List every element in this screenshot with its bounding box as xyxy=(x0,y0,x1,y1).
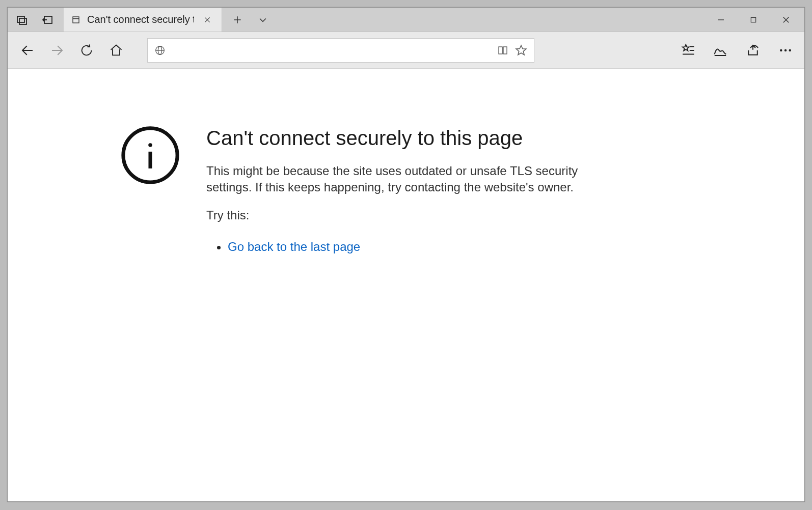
svg-rect-10 xyxy=(751,17,755,22)
tab-title: Can't connect securely t xyxy=(87,14,194,25)
tab-active[interactable]: Can't connect securely t xyxy=(64,8,222,32)
forward-button[interactable] xyxy=(42,36,72,65)
page-icon xyxy=(71,15,81,25)
toolbar xyxy=(8,32,804,69)
refresh-button[interactable] xyxy=(72,36,101,65)
svg-rect-1 xyxy=(19,18,26,24)
browser-window: Can't connect securely t xyxy=(7,7,805,502)
tab-close-button[interactable] xyxy=(200,13,214,27)
title-bar: Can't connect securely t xyxy=(8,8,804,32)
svg-marker-20 xyxy=(683,44,689,50)
svg-rect-3 xyxy=(73,17,79,23)
svg-point-28 xyxy=(789,49,792,51)
home-button[interactable] xyxy=(101,36,131,65)
tab-preview-controls xyxy=(8,8,64,32)
back-button[interactable] xyxy=(13,36,42,65)
set-aside-tabs-icon[interactable] xyxy=(40,13,55,27)
toolbar-right xyxy=(664,42,799,59)
reading-view-icon[interactable] xyxy=(495,43,510,58)
tab-dropdown-button[interactable] xyxy=(256,13,270,27)
page-content: Can't connect securely to this page This… xyxy=(8,69,804,501)
error-page: Can't connect securely to this page This… xyxy=(8,69,804,274)
svg-rect-0 xyxy=(17,16,24,22)
error-suggestions: Go back to the last page xyxy=(206,240,604,254)
error-heading: Can't connect securely to this page xyxy=(206,127,604,150)
share-icon[interactable] xyxy=(744,42,762,59)
favorite-star-icon[interactable] xyxy=(513,43,529,58)
globe-icon xyxy=(153,43,167,58)
tabs-overview-icon[interactable] xyxy=(15,13,29,27)
minimize-button[interactable] xyxy=(714,13,728,27)
notes-icon[interactable] xyxy=(712,42,729,59)
tab-actions xyxy=(222,8,278,32)
new-tab-button[interactable] xyxy=(230,13,245,27)
more-icon[interactable] xyxy=(777,42,794,59)
error-try-label: Try this: xyxy=(206,208,604,222)
maximize-button[interactable] xyxy=(746,13,761,27)
go-back-link[interactable]: Go back to the last page xyxy=(228,240,360,253)
close-window-button[interactable] xyxy=(779,13,793,27)
address-bar[interactable] xyxy=(147,38,534,63)
info-icon xyxy=(120,125,181,186)
svg-point-30 xyxy=(148,143,152,147)
favorites-list-icon[interactable] xyxy=(679,42,696,59)
svg-point-26 xyxy=(780,49,782,51)
tab-strip: Can't connect securely t xyxy=(64,8,222,32)
url-input[interactable] xyxy=(167,44,492,56)
error-description: This might be because the site uses outd… xyxy=(206,163,604,196)
svg-marker-19 xyxy=(516,45,526,54)
list-item: Go back to the last page xyxy=(228,240,604,254)
window-controls xyxy=(702,8,804,32)
svg-point-27 xyxy=(784,49,787,51)
